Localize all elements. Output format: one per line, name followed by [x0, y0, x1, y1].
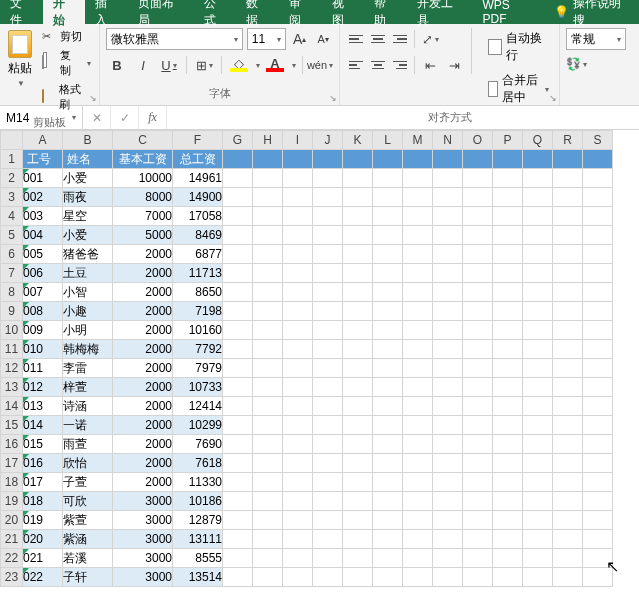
menu-item-0[interactable]: 文件	[0, 0, 43, 24]
cell-base[interactable]: 2000	[113, 454, 173, 473]
cell-empty[interactable]	[583, 359, 613, 378]
cell-empty[interactable]	[553, 169, 583, 188]
cell-base[interactable]: 2000	[113, 321, 173, 340]
column-header-L[interactable]: L	[373, 131, 403, 150]
cell-empty[interactable]	[313, 511, 343, 530]
cell-id[interactable]: 004	[23, 226, 63, 245]
column-header-R[interactable]: R	[553, 131, 583, 150]
fx-button[interactable]: fx	[139, 106, 167, 129]
row-header-5[interactable]: 5	[1, 226, 23, 245]
menu-item-1[interactable]: 开始	[43, 0, 86, 24]
row-header-11[interactable]: 11	[1, 340, 23, 359]
cell-empty[interactable]	[493, 340, 523, 359]
column-header-P[interactable]: P	[493, 131, 523, 150]
cell-empty[interactable]	[463, 340, 493, 359]
row-header-10[interactable]: 10	[1, 321, 23, 340]
cell-base[interactable]: 2000	[113, 264, 173, 283]
cell-base[interactable]: 3000	[113, 492, 173, 511]
cell-base[interactable]: 2000	[113, 435, 173, 454]
cell-id[interactable]: 016	[23, 454, 63, 473]
cell-id[interactable]: 021	[23, 549, 63, 568]
column-header-C[interactable]: C	[113, 131, 173, 150]
cell-empty[interactable]	[463, 188, 493, 207]
cell-empty[interactable]	[283, 169, 313, 188]
cell-empty[interactable]	[283, 492, 313, 511]
cell-empty[interactable]	[463, 359, 493, 378]
cell-total[interactable]: 7198	[173, 302, 223, 321]
cell-empty[interactable]	[433, 530, 463, 549]
cell-empty[interactable]	[313, 568, 343, 587]
cell-empty[interactable]	[343, 245, 373, 264]
cell-empty[interactable]	[433, 549, 463, 568]
cell-empty[interactable]	[463, 378, 493, 397]
cell-empty[interactable]	[313, 150, 343, 169]
cell-empty[interactable]	[373, 549, 403, 568]
cell-empty[interactable]	[523, 226, 553, 245]
cell-empty[interactable]	[373, 454, 403, 473]
cell-empty[interactable]	[463, 226, 493, 245]
grow-font-button[interactable]: A▴	[290, 29, 310, 49]
cell-empty[interactable]	[313, 378, 343, 397]
row-header-16[interactable]: 16	[1, 435, 23, 454]
cell-total[interactable]: 7690	[173, 435, 223, 454]
row-header-7[interactable]: 7	[1, 264, 23, 283]
cell-empty[interactable]	[283, 302, 313, 321]
cell-empty[interactable]	[283, 416, 313, 435]
row-header-19[interactable]: 19	[1, 492, 23, 511]
cell-empty[interactable]	[373, 435, 403, 454]
cell-empty[interactable]	[493, 226, 523, 245]
cell-empty[interactable]	[343, 302, 373, 321]
cell-empty[interactable]	[433, 169, 463, 188]
cell-empty[interactable]	[373, 568, 403, 587]
cell-empty[interactable]	[463, 302, 493, 321]
cell-empty[interactable]	[583, 321, 613, 340]
cell-empty[interactable]	[493, 397, 523, 416]
cell-total[interactable]: 10160	[173, 321, 223, 340]
cell-empty[interactable]	[583, 245, 613, 264]
cell-empty[interactable]	[553, 397, 583, 416]
cell-empty[interactable]	[403, 473, 433, 492]
cell-name[interactable]: 一诺	[63, 416, 113, 435]
cell-empty[interactable]	[253, 378, 283, 397]
cell-empty[interactable]	[313, 492, 343, 511]
increase-indent-button[interactable]: ⇥	[443, 54, 465, 76]
cell-empty[interactable]	[583, 435, 613, 454]
cell-name[interactable]: 小爱	[63, 169, 113, 188]
cell-empty[interactable]	[433, 378, 463, 397]
fill-color-button[interactable]: ◇	[228, 54, 250, 76]
row-header-22[interactable]: 22	[1, 549, 23, 568]
cell-id[interactable]: 015	[23, 435, 63, 454]
cell-empty[interactable]	[313, 454, 343, 473]
cell-empty[interactable]	[433, 321, 463, 340]
cell-total[interactable]: 7792	[173, 340, 223, 359]
cell-empty[interactable]	[313, 530, 343, 549]
column-header-B[interactable]: B	[63, 131, 113, 150]
cell-empty[interactable]	[403, 321, 433, 340]
cell-name[interactable]: 雨萱	[63, 435, 113, 454]
cell-empty[interactable]	[343, 416, 373, 435]
cell-empty[interactable]	[223, 416, 253, 435]
row-header-14[interactable]: 14	[1, 397, 23, 416]
cell-empty[interactable]	[313, 226, 343, 245]
cell-empty[interactable]	[493, 511, 523, 530]
cell-empty[interactable]	[283, 226, 313, 245]
cell-empty[interactable]	[523, 435, 553, 454]
cell-empty[interactable]	[433, 359, 463, 378]
cell-empty[interactable]	[373, 245, 403, 264]
cell-empty[interactable]	[553, 454, 583, 473]
cell-empty[interactable]	[403, 530, 433, 549]
cell-total[interactable]: 6877	[173, 245, 223, 264]
left-align-button[interactable]	[346, 55, 366, 75]
cell-empty[interactable]	[493, 207, 523, 226]
cell-empty[interactable]	[403, 264, 433, 283]
cell-empty[interactable]	[253, 321, 283, 340]
cell-name[interactable]: 李雷	[63, 359, 113, 378]
cell-empty[interactable]	[373, 378, 403, 397]
cell-empty[interactable]	[523, 245, 553, 264]
cell-empty[interactable]	[313, 473, 343, 492]
cell-empty[interactable]	[253, 245, 283, 264]
cell-empty[interactable]	[283, 378, 313, 397]
cell-base[interactable]: 3000	[113, 549, 173, 568]
cell-empty[interactable]	[313, 340, 343, 359]
menu-item-2[interactable]: 插入	[85, 0, 128, 24]
